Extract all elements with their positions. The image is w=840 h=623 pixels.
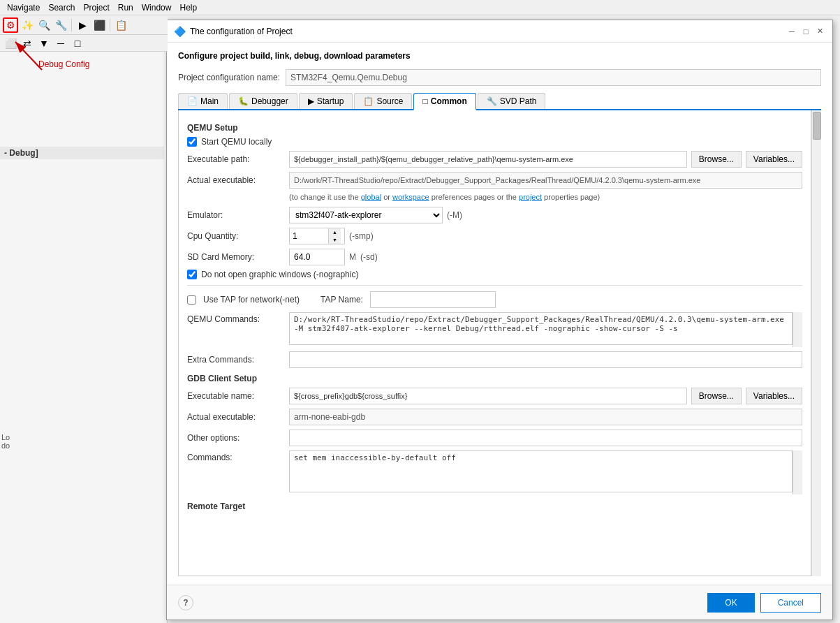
tab-debugger-icon: 🐛	[238, 96, 249, 106]
config-name-label: Project configuration name:	[178, 73, 280, 82]
qemu-commands-textarea[interactable]: D:/work/RT-ThreadStudio/repo/Extract/Deb…	[289, 312, 793, 345]
other-options-row: Other options:	[187, 430, 802, 446]
qemu-commands-scrollbar[interactable]	[793, 312, 802, 347]
extra-commands-input[interactable]	[289, 351, 802, 368]
toolbar-btn-6[interactable]: ⬛	[91, 17, 107, 33]
dialog-titlebar: 🔷 The configuration of Project ─ □ ✕	[167, 20, 832, 43]
use-tap-checkbox[interactable]	[187, 295, 196, 305]
tab-panel-outer: QEMU Setup Start QEMU locally Executable…	[178, 110, 821, 576]
extra-commands-row: Extra Commands:	[187, 351, 802, 368]
gdb-actual-exec-input	[289, 409, 802, 425]
tab-source-icon: 📋	[363, 96, 374, 106]
gdb-commands-textarea[interactable]: set mem inaccessible-by-default off	[289, 450, 793, 492]
cpu-quantity-input[interactable]	[290, 228, 328, 244]
config-name-input[interactable]	[286, 69, 821, 86]
dialog-subtitle: Configure project build, link, debug, do…	[178, 51, 821, 61]
other-options-input[interactable]	[289, 430, 802, 446]
menu-help[interactable]: Help	[175, 1, 201, 14]
tab-main[interactable]: 📄 Main	[178, 93, 228, 109]
tab-startup-icon: ▶	[308, 96, 314, 106]
tab-common-label: Common	[431, 96, 467, 106]
menu-run[interactable]: Run	[114, 1, 138, 14]
toolbar2-btn-5[interactable]: □	[70, 36, 85, 51]
actual-executable-label: Actual executable:	[187, 175, 285, 185]
tab-debugger[interactable]: 🐛 Debugger	[229, 93, 297, 109]
tab-scrollbar[interactable]	[811, 110, 821, 576]
ide-background	[0, 0, 168, 623]
start-qemu-label: Start QEMU locally	[201, 137, 272, 147]
hint-end: properties page)	[544, 193, 600, 201]
tab-svd-label: SVD Path	[500, 96, 537, 106]
debug-config-annotation	[7, 21, 49, 79]
other-options-label: Other options:	[187, 433, 285, 443]
tab-main-label: Main	[200, 96, 219, 106]
gdb-exec-input[interactable]	[289, 388, 687, 404]
gdb-commands-row: Commands: set mem inaccessible-by-defaul…	[187, 450, 802, 494]
tab-debugger-label: Debugger	[251, 96, 288, 106]
dialog-maximize[interactable]: □	[800, 26, 811, 37]
dialog-controls: ─ □ ✕	[786, 26, 825, 37]
hint-workspace-link[interactable]: workspace	[392, 193, 429, 201]
menu-navigate[interactable]: Navigate	[3, 1, 44, 14]
gdb-actual-exec-row: Actual executable:	[187, 409, 802, 425]
toolbar-btn-4[interactable]: 🔧	[53, 17, 68, 33]
footer-buttons: OK Cancel	[707, 593, 821, 613]
menu-search[interactable]: Search	[44, 1, 79, 14]
tap-name-input[interactable]	[370, 291, 496, 308]
qemu-commands-wrap: D:/work/RT-ThreadStudio/repo/Extract/Deb…	[289, 312, 802, 347]
no-graphic-checkbox[interactable]	[187, 270, 197, 279]
use-tap-label: Use TAP for network(-net)	[203, 295, 300, 305]
tab-startup-label: Startup	[317, 96, 344, 106]
tap-name-label: TAP Name:	[320, 295, 363, 305]
toolbar-btn-7[interactable]: 📋	[113, 17, 128, 33]
sd-card-suffix: (-sd)	[360, 252, 378, 262]
cpu-quantity-spinner: ▲ ▼	[289, 228, 345, 244]
hint-project-link[interactable]: project	[519, 193, 542, 201]
hint-or: or	[383, 193, 392, 201]
executable-browse-btn[interactable]: Browse...	[691, 151, 742, 168]
emulator-select[interactable]: stm32f407-atk-explorer	[289, 207, 443, 223]
gdb-actual-exec-label: Actual executable:	[187, 412, 285, 422]
tab-common[interactable]: □ Common	[413, 93, 476, 110]
cpu-quantity-label: Cpu Quantity:	[187, 231, 285, 241]
tab-main-icon: 📄	[187, 96, 198, 106]
executable-path-label: Executable path:	[187, 154, 285, 164]
no-graphic-row: Do not open graphic windows (-nographic)	[187, 270, 802, 279]
tab-source[interactable]: 📋 Source	[354, 93, 412, 109]
cpu-increment-btn[interactable]: ▲	[328, 228, 341, 236]
menu-window[interactable]: Window	[138, 1, 176, 14]
sd-card-label: SD Card Memory:	[187, 252, 285, 262]
executable-path-input[interactable]	[289, 151, 687, 168]
gdb-commands-label: Commands:	[187, 450, 285, 462]
dialog-minimize[interactable]: ─	[786, 26, 797, 37]
gdb-commands-scrollbar[interactable]	[793, 450, 802, 494]
hint-global-link[interactable]: global	[361, 193, 381, 201]
scrollbar-thumb[interactable]	[813, 112, 821, 140]
start-qemu-checkbox[interactable]	[187, 137, 197, 147]
start-qemu-row: Start QEMU locally	[187, 137, 802, 147]
help-button[interactable]: ?	[178, 595, 193, 610]
toolbar-btn-5[interactable]: ▶	[75, 17, 90, 33]
gdb-browse-btn[interactable]: Browse...	[691, 388, 742, 404]
tab-svd-path[interactable]: 🔧 SVD Path	[478, 93, 546, 109]
sd-card-row: SD Card Memory: M (-sd)	[187, 249, 802, 265]
toolbar2-btn-4[interactable]: ─	[53, 36, 68, 51]
gdb-variables-btn[interactable]: Variables...	[746, 388, 802, 404]
menu-project[interactable]: Project	[79, 1, 113, 14]
gdb-section: GDB Client Setup Executable name: Browse…	[187, 374, 802, 494]
cpu-decrement-btn[interactable]: ▼	[328, 236, 341, 244]
sd-card-input[interactable]	[289, 249, 345, 265]
executable-variables-btn[interactable]: Variables...	[746, 151, 802, 168]
hint-text: (to change it use the global or workspac…	[289, 193, 802, 201]
dialog-content: Configure project build, link, debug, do…	[167, 43, 832, 585]
ok-button[interactable]: OK	[707, 593, 754, 613]
qemu-commands-label: QEMU Commands:	[187, 312, 285, 324]
config-name-row: Project configuration name:	[178, 69, 821, 86]
cancel-button[interactable]: Cancel	[760, 593, 821, 613]
tab-startup[interactable]: ▶ Startup	[299, 93, 353, 109]
tab-svd-icon: 🔧	[487, 96, 497, 106]
remote-target-header: Remote Target	[187, 501, 802, 511]
left-panel-log: Lo do	[1, 433, 10, 450]
dialog-close[interactable]: ✕	[814, 26, 825, 37]
dialog-footer: ? OK Cancel	[167, 585, 832, 620]
